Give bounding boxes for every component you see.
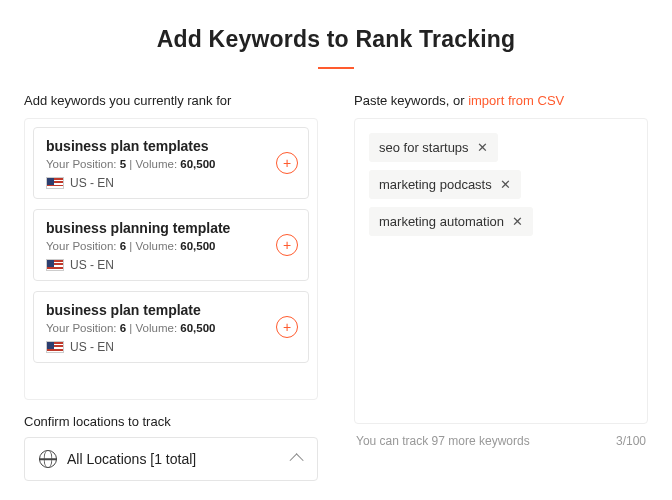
us-flag-icon [46, 259, 64, 271]
keyword-locale: US - EN [46, 258, 296, 272]
add-keyword-button[interactable]: + [276, 316, 298, 338]
remaining-keywords-text: You can track 97 more keywords [356, 434, 530, 448]
page-title: Add Keywords to Rank Tracking [0, 26, 672, 53]
keyword-card: business plan template Your Position: 6 … [33, 291, 309, 363]
keyword-tag: marketing automation ✕ [369, 207, 533, 236]
keyword-locale: US - EN [46, 176, 296, 190]
pasted-keywords-area[interactable]: seo for startups ✕ marketing podcasts ✕ … [354, 118, 648, 424]
tag-label: seo for startups [379, 140, 469, 155]
keyword-count-footer: You can track 97 more keywords 3/100 [354, 434, 648, 448]
keyword-title: business plan templates [46, 138, 296, 154]
keyword-tag: seo for startups ✕ [369, 133, 498, 162]
keyword-tag: marketing podcasts ✕ [369, 170, 521, 199]
locations-dropdown-text: All Locations [1 total] [67, 451, 196, 467]
tag-label: marketing podcasts [379, 177, 492, 192]
left-section-label: Add keywords you currently rank for [24, 93, 318, 108]
remove-tag-icon[interactable]: ✕ [500, 177, 511, 192]
tag-label: marketing automation [379, 214, 504, 229]
ranked-keyword-list: business plan templates Your Position: 5… [24, 118, 318, 400]
title-underline [318, 67, 354, 69]
remove-tag-icon[interactable]: ✕ [477, 140, 488, 155]
import-csv-link[interactable]: import from CSV [468, 93, 564, 108]
keyword-meta: Your Position: 6 | Volume: 60,500 [46, 322, 296, 334]
add-keyword-button[interactable]: + [276, 152, 298, 174]
confirm-locations-label: Confirm locations to track [24, 414, 318, 429]
keyword-meta: Your Position: 5 | Volume: 60,500 [46, 158, 296, 170]
keyword-count: 3/100 [616, 434, 646, 448]
us-flag-icon [46, 341, 64, 353]
keyword-locale: US - EN [46, 340, 296, 354]
add-keyword-button[interactable]: + [276, 234, 298, 256]
locations-dropdown[interactable]: All Locations [1 total] [24, 437, 318, 481]
keyword-meta: Your Position: 6 | Volume: 60,500 [46, 240, 296, 252]
keyword-card: business plan templates Your Position: 5… [33, 127, 309, 199]
keyword-title: business plan template [46, 302, 296, 318]
remove-tag-icon[interactable]: ✕ [512, 214, 523, 229]
us-flag-icon [46, 177, 64, 189]
keyword-title: business planning template [46, 220, 296, 236]
chevron-up-icon [290, 453, 304, 467]
right-section-label: Paste keywords, or import from CSV [354, 93, 648, 108]
globe-icon [39, 450, 57, 468]
keyword-card: business planning template Your Position… [33, 209, 309, 281]
